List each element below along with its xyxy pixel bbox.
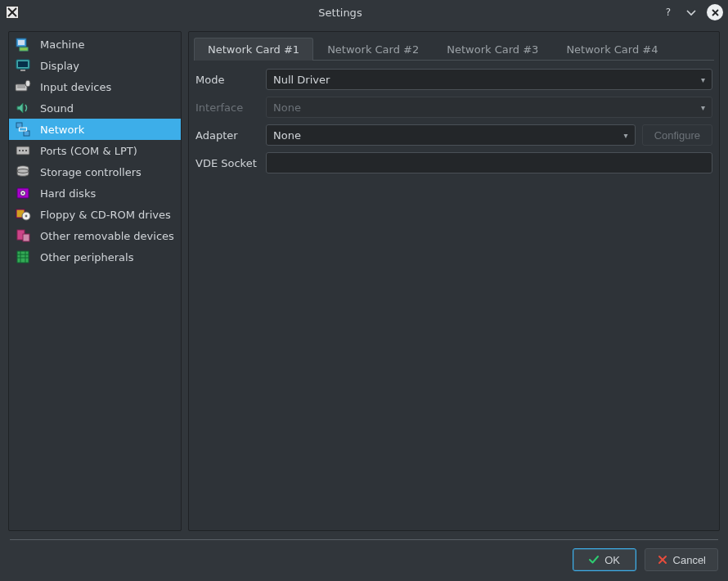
sidebar-item-label: Floppy & CD-ROM drives — [40, 209, 171, 221]
dialog-footer: OK Cancel — [0, 531, 728, 581]
adapter-row: None ▾ Configure — [266, 124, 712, 146]
other-removable-icon — [14, 227, 32, 245]
help-button[interactable]: ? — [661, 5, 676, 20]
svg-rect-15 — [24, 131, 29, 136]
mode-value: Null Driver — [273, 74, 330, 86]
sidebar-item-display[interactable]: Display — [9, 55, 181, 76]
svg-rect-29 — [23, 234, 29, 241]
vde-socket-label: VDE Socket — [195, 157, 259, 169]
svg-rect-9 — [20, 70, 25, 71]
sidebar-item-label: Storage controllers — [40, 166, 142, 178]
sidebar-item-label: Machine — [40, 38, 84, 51]
configure-button: Configure — [642, 124, 712, 146]
category-sidebar[interactable]: Machine Display Input devices Sound — [8, 31, 182, 531]
svg-rect-30 — [17, 251, 29, 263]
network-form: Mode Null Driver ▾ Interface None ▾ Adap… — [194, 61, 714, 175]
other-peripherals-icon — [14, 248, 32, 266]
interface-value: None — [273, 101, 301, 114]
sidebar-item-floppy-cdrom[interactable]: Floppy & CD-ROM drives — [9, 204, 181, 225]
svg-rect-14 — [16, 123, 22, 128]
interface-select: None ▾ — [266, 97, 712, 118]
sidebar-item-other-peripherals[interactable]: Other peripherals — [9, 246, 181, 268]
adapter-value: None — [273, 129, 301, 142]
hard-disks-icon — [14, 184, 32, 202]
network-icon — [14, 120, 32, 138]
sidebar-item-label: Other peripherals — [40, 251, 133, 263]
chevron-down-icon: ▾ — [701, 75, 705, 84]
cancel-label: Cancel — [673, 554, 706, 566]
svg-point-18 — [22, 150, 24, 151]
svg-point-17 — [19, 150, 20, 151]
sidebar-item-network[interactable]: Network — [9, 119, 181, 140]
settings-panel: Network Card #1 Network Card #2 Network … — [188, 31, 720, 531]
sidebar-item-label: Network — [40, 124, 84, 136]
sidebar-item-label: Sound — [40, 102, 74, 115]
vde-socket-input[interactable] — [266, 152, 712, 173]
sidebar-item-label: Input devices — [40, 81, 111, 93]
sidebar-item-ports[interactable]: Ports (COM & LPT) — [9, 140, 181, 161]
settings-window: Settings ? Machine — [0, 0, 728, 581]
svg-rect-6 — [20, 47, 28, 51]
svg-rect-8 — [18, 61, 28, 67]
input-devices-icon — [14, 78, 32, 96]
mode-label: Mode — [195, 74, 259, 86]
footer-buttons: OK Cancel — [10, 548, 718, 571]
ok-label: OK — [604, 554, 620, 566]
interface-label: Interface — [195, 101, 259, 114]
footer-separator — [10, 539, 718, 540]
network-card-tabs: Network Card #1 Network Card #2 Network … — [194, 37, 714, 61]
tab-network-card-1[interactable]: Network Card #1 — [194, 38, 313, 61]
window-buttons: ? — [661, 4, 723, 20]
svg-rect-5 — [18, 40, 25, 45]
mode-select[interactable]: Null Driver ▾ — [266, 69, 712, 90]
sound-icon — [14, 99, 32, 117]
dialog-body: Machine Display Input devices Sound — [0, 25, 728, 531]
svg-text:?: ? — [666, 7, 671, 18]
sidebar-item-hard-disks[interactable]: Hard disks — [9, 182, 181, 204]
machine-icon — [14, 35, 32, 53]
sidebar-item-machine[interactable]: Machine — [9, 34, 181, 55]
sidebar-item-other-removable[interactable]: Other removable devices — [9, 225, 181, 246]
sidebar-item-input-devices[interactable]: Input devices — [9, 76, 181, 97]
ok-button[interactable]: OK — [573, 548, 636, 571]
ok-checkmark-icon — [588, 554, 600, 565]
svg-point-27 — [25, 215, 28, 218]
svg-point-13 — [25, 80, 30, 87]
svg-point-24 — [22, 192, 24, 194]
adapter-select[interactable]: None ▾ — [266, 124, 636, 146]
sidebar-item-storage-controllers[interactable]: Storage controllers — [9, 161, 181, 182]
minimize-button[interactable] — [684, 5, 699, 20]
chevron-down-icon: ▾ — [701, 103, 705, 112]
cancel-x-icon — [657, 554, 668, 565]
cancel-button[interactable]: Cancel — [645, 548, 718, 571]
display-icon — [14, 56, 32, 74]
sidebar-item-label: Hard disks — [40, 187, 96, 200]
sidebar-item-label: Display — [40, 60, 79, 72]
close-button[interactable] — [707, 4, 723, 20]
svg-point-19 — [25, 150, 27, 151]
adapter-label: Adapter — [195, 129, 259, 142]
tab-network-card-3[interactable]: Network Card #3 — [433, 38, 552, 61]
storage-controllers-icon — [14, 163, 32, 181]
app-icon — [5, 5, 20, 20]
ports-icon — [14, 142, 32, 160]
sidebar-item-label: Other removable devices — [40, 230, 174, 242]
sidebar-item-label: Ports (COM & LPT) — [40, 145, 137, 157]
tab-network-card-4[interactable]: Network Card #4 — [552, 38, 672, 61]
sidebar-item-sound[interactable]: Sound — [9, 97, 181, 119]
titlebar: Settings ? — [0, 0, 728, 25]
window-title: Settings — [25, 7, 656, 19]
floppy-cdrom-icon — [14, 205, 32, 223]
chevron-down-icon: ▾ — [624, 131, 628, 140]
tab-network-card-2[interactable]: Network Card #2 — [313, 38, 433, 61]
